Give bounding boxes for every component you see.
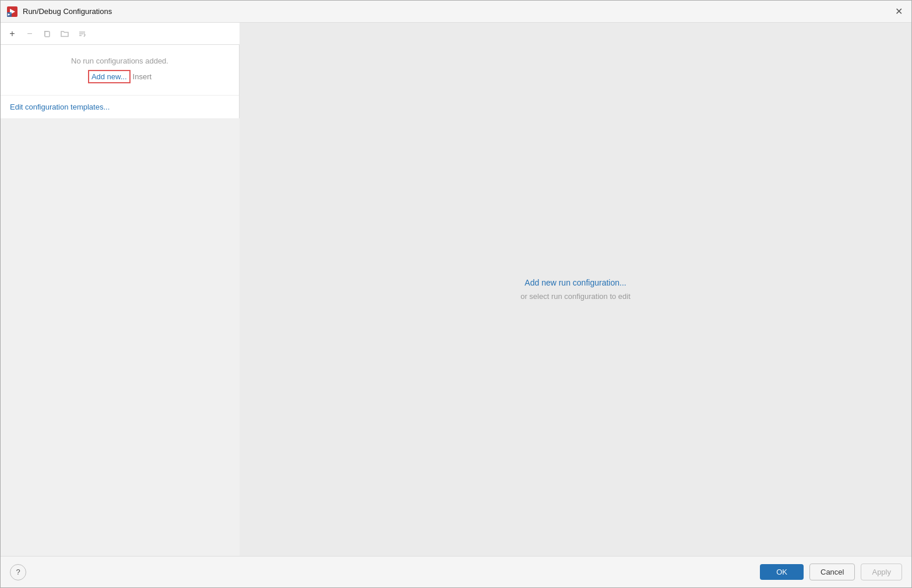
bottom-right: OK Cancel Apply	[760, 564, 902, 580]
app-icon	[6, 6, 18, 17]
left-panel: No run configurations added. Add new... …	[1, 45, 240, 118]
left-panel-footer: Edit configuration templates...	[1, 95, 239, 118]
remove-config-button[interactable]: −	[22, 26, 38, 42]
run-debug-dialog: Run/Debug Configurations ✕ + −	[0, 0, 912, 588]
folder-config-button[interactable]	[57, 26, 73, 42]
svg-rect-4	[45, 31, 50, 37]
sort-config-button[interactable]	[74, 26, 90, 42]
or-select-text: or select run configuration to edit	[520, 292, 631, 301]
insert-label: Insert	[133, 72, 152, 81]
add-new-container: Add new... Insert	[88, 70, 152, 83]
dialog-title: Run/Debug Configurations	[23, 7, 887, 16]
right-panel: Add new run configuration... or select r…	[240, 23, 911, 556]
bottom-bar: ? OK Cancel Apply	[1, 556, 911, 587]
add-new-run-link[interactable]: Add new run configuration...	[524, 278, 626, 287]
help-button[interactable]: ?	[10, 564, 26, 580]
add-config-button[interactable]: +	[4, 26, 20, 42]
edit-templates-link[interactable]: Edit configuration templates...	[10, 103, 110, 111]
ok-button[interactable]: OK	[760, 564, 804, 580]
no-config-message: No run configurations added.	[71, 57, 168, 65]
apply-button[interactable]: Apply	[861, 564, 902, 580]
close-button[interactable]: ✕	[892, 5, 906, 19]
cancel-button[interactable]: Cancel	[809, 564, 855, 580]
toolbar: + −	[1, 23, 240, 45]
left-panel-container: + −	[1, 23, 240, 556]
title-bar: Run/Debug Configurations ✕	[1, 1, 911, 23]
bottom-left: ?	[10, 564, 26, 580]
copy-config-button[interactable]	[39, 26, 55, 42]
left-panel-body: No run configurations added. Add new... …	[1, 45, 239, 95]
add-new-link[interactable]: Add new...	[88, 70, 131, 83]
main-content: + −	[1, 23, 911, 556]
